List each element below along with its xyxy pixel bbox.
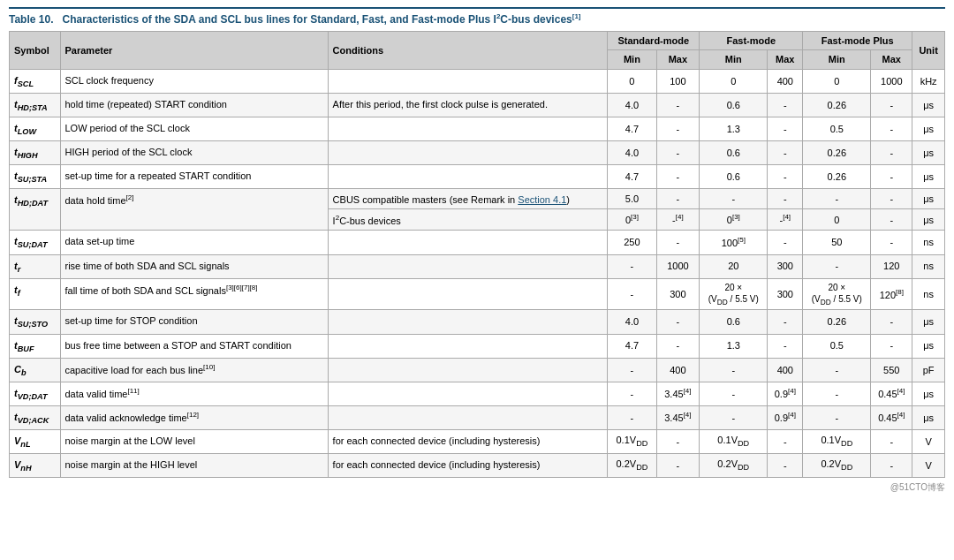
header-fast-mode-plus: Fast-mode Plus — [803, 32, 912, 50]
cell-conditions — [328, 117, 608, 140]
cell-value: 0.2VDD — [608, 454, 656, 478]
cell-conditions — [328, 231, 608, 254]
cell-value: - — [768, 231, 803, 254]
cell-value: - — [871, 140, 912, 164]
cell-value: 0.1VDD — [803, 429, 871, 453]
cell-param: hold time (repeated) START condition — [60, 93, 328, 117]
cell-value: - — [700, 382, 768, 405]
cell-value: 0[3] — [700, 209, 768, 231]
cell-unit: ns — [912, 254, 945, 278]
cell-value: - — [608, 358, 656, 382]
cell-value: 120 — [871, 254, 912, 278]
cell-value: 0.26 — [803, 165, 871, 189]
cell-value: - — [871, 189, 912, 209]
cell-symbol: tLOW — [10, 117, 61, 140]
cell-symbol: Cb — [10, 358, 61, 382]
cell-unit: ns — [912, 231, 945, 254]
cell-value: 100 — [656, 69, 700, 93]
cell-conditions — [328, 254, 608, 278]
cell-value: 0.2VDD — [700, 454, 768, 478]
cell-value: 550 — [871, 358, 912, 382]
cell-value: - — [871, 429, 912, 453]
cell-value: 0.26 — [803, 93, 871, 117]
table-row: tHD;DAT data hold time[2] CBUS compatibl… — [10, 189, 945, 209]
cell-value: - — [700, 358, 768, 382]
cell-value: - — [768, 140, 803, 164]
cell-value: - — [768, 165, 803, 189]
cell-value: 0.45[4] — [871, 382, 912, 405]
cell-conditions — [328, 278, 608, 310]
cell-value: 0 — [700, 69, 768, 93]
cell-value: 0 — [803, 69, 871, 93]
cell-value: - — [656, 117, 700, 140]
cell-value: - — [656, 231, 700, 254]
cell-value: - — [608, 382, 656, 405]
cell-value: - — [768, 334, 803, 358]
cell-symbol: tVD;ACK — [10, 405, 61, 429]
cell-value: - — [768, 454, 803, 478]
cell-value: - — [871, 334, 912, 358]
cell-value: 120[8] — [871, 278, 912, 310]
cell-value: - — [871, 310, 912, 334]
cell-value: 250 — [608, 231, 656, 254]
cell-value: -[4] — [656, 209, 700, 231]
cell-param: data set-up time — [60, 231, 328, 254]
cell-value: - — [768, 429, 803, 453]
cell-value: - — [656, 334, 700, 358]
header-std-max: Max — [656, 50, 700, 69]
cell-conditions — [328, 310, 608, 334]
cell-value: - — [656, 165, 700, 189]
cell-value: 400 — [656, 358, 700, 382]
cell-conditions — [328, 69, 608, 93]
cell-value: - — [656, 429, 700, 453]
cell-symbol: fSCL — [10, 69, 61, 93]
table-row: tf fall time of both SDA and SCL signals… — [10, 278, 945, 310]
cell-conditions — [328, 405, 608, 429]
table-row: tSU;STA set-up time for a repeated START… — [10, 165, 945, 189]
cell-symbol: tBUF — [10, 334, 61, 358]
cell-conditions: After this period, the first clock pulse… — [328, 93, 608, 117]
cell-value: 1000 — [656, 254, 700, 278]
cell-param: fall time of both SDA and SCL signals[3]… — [60, 278, 328, 310]
cell-param: set-up time for a repeated START conditi… — [60, 165, 328, 189]
cell-unit: μs — [912, 165, 945, 189]
cell-value: 0.6 — [700, 140, 768, 164]
cell-conditions — [328, 140, 608, 164]
cell-value: - — [700, 189, 768, 209]
cell-value: 300 — [768, 278, 803, 310]
cell-unit: μs — [912, 310, 945, 334]
cell-param: noise margin at the HIGH level — [60, 454, 328, 478]
table-row: fSCL SCL clock frequency 0 100 0 400 0 1… — [10, 69, 945, 93]
cell-conditions — [328, 358, 608, 382]
table-row: VnL noise margin at the LOW level for ea… — [10, 429, 945, 453]
cell-value: 4.7 — [608, 165, 656, 189]
cell-value: - — [803, 189, 871, 209]
cell-value: 300 — [656, 278, 700, 310]
table-row: tSU;STO set-up time for STOP condition 4… — [10, 310, 945, 334]
header-unit: Unit — [912, 32, 945, 70]
header-fast-mode: Fast-mode — [700, 32, 803, 50]
cell-unit: kHz — [912, 69, 945, 93]
cell-value: 0.2VDD — [803, 454, 871, 478]
cell-symbol: VnH — [10, 454, 61, 478]
cell-param: noise margin at the LOW level — [60, 429, 328, 453]
cell-symbol: tVD;DAT — [10, 382, 61, 405]
cell-conditions: I2C-bus devices — [328, 209, 608, 231]
header-fmp-min: Min — [803, 50, 871, 69]
section-link[interactable]: Section 4.1 — [518, 194, 566, 205]
watermark: @51CTO博客 — [9, 481, 945, 494]
cell-symbol: tSU;STA — [10, 165, 61, 189]
cell-symbol: tSU;DAT — [10, 231, 61, 254]
cell-value: 0 — [608, 69, 656, 93]
cell-value: - — [608, 278, 656, 310]
cell-value: 4.0 — [608, 310, 656, 334]
header-fmp-max: Max — [871, 50, 912, 69]
cell-value: - — [803, 254, 871, 278]
header-fast-min: Min — [700, 50, 768, 69]
table-row: tHD;STA hold time (repeated) START condi… — [10, 93, 945, 117]
cell-value: 0 — [803, 209, 871, 231]
cell-param: bus free time between a STOP and START c… — [60, 334, 328, 358]
cell-value: -[4] — [768, 209, 803, 231]
cell-value: 0.1VDD — [700, 429, 768, 453]
cell-unit: V — [912, 454, 945, 478]
